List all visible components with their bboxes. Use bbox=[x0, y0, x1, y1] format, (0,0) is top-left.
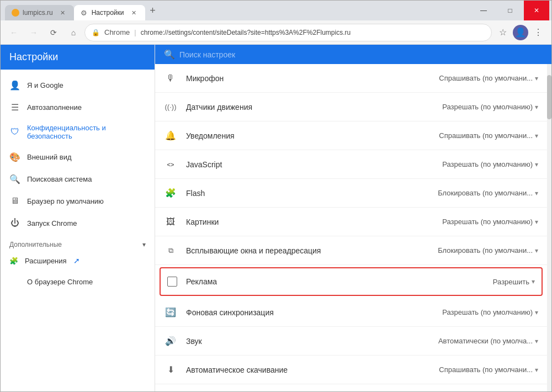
images-icon: 🖼 bbox=[164, 215, 177, 229]
reload-button[interactable]: ⟳ bbox=[45, 24, 62, 41]
dropdown-motion[interactable]: Разрешать (по умолчанию) ▾ bbox=[442, 103, 538, 111]
privacy-icon: 🛡 bbox=[9, 126, 20, 137]
sidebar-item-appearance[interactable]: 🎨 Внешний вид bbox=[1, 146, 155, 168]
sidebar-item-label-about: О браузере Chrome bbox=[27, 278, 146, 286]
settings-item-popups: ⧉ Всплывающие окна и переадресация Блоки… bbox=[155, 236, 547, 265]
sidebar-item-privacy[interactable]: 🛡 Конфиденциальность и безопасность bbox=[1, 118, 155, 146]
sidebar-item-google[interactable]: 👤 Я и Google bbox=[1, 74, 155, 96]
sound-icon: 🔊 bbox=[164, 335, 177, 348]
tab-settings[interactable]: ⚙ Настройки ✕ bbox=[74, 5, 145, 20]
settings-item-flash: 🧩 Flash Блокировать (по умолчани... ▾ bbox=[155, 179, 547, 208]
dropdown-value-flash: Блокировать (по умолчани... bbox=[438, 189, 533, 197]
about-icon bbox=[9, 276, 20, 287]
dropdown-download[interactable]: Спрашивать (по умолчани... ▾ bbox=[439, 365, 538, 374]
sidebar-item-search[interactable]: 🔍 Поисковая система bbox=[1, 168, 155, 190]
external-link-icon: ➚ bbox=[73, 256, 80, 265]
item-label-images: Картинки bbox=[186, 218, 433, 226]
chevron-down-icon: ▾ bbox=[535, 161, 538, 168]
dropdown-notifications[interactable]: Спрашивать (по умолчани... ▾ bbox=[439, 131, 538, 140]
scrollbar-thumb[interactable] bbox=[547, 75, 551, 119]
microphone-icon: 🎙 bbox=[164, 72, 177, 85]
item-label-flash: Flash bbox=[186, 189, 429, 198]
dropdown-value-ads: Разрешить bbox=[493, 278, 529, 286]
sidebar-title: Настройки bbox=[9, 51, 58, 62]
new-tab-button[interactable]: + bbox=[145, 3, 161, 18]
search-input[interactable] bbox=[179, 50, 543, 59]
search-icon: 🔍 bbox=[164, 49, 175, 60]
chevron-down-icon: ▾ bbox=[535, 218, 538, 226]
dropdown-value-microphone: Спрашивать (по умолчани... bbox=[439, 74, 533, 82]
flash-icon: 🧩 bbox=[164, 187, 177, 200]
appearance-icon: 🎨 bbox=[9, 151, 20, 162]
item-label-microphone: Микрофон bbox=[186, 74, 430, 83]
dropdown-javascript[interactable]: Разрешать (по умолчанию) ▾ bbox=[442, 160, 538, 168]
settings-item-ads: Реклама Разрешить ▾ bbox=[160, 267, 543, 296]
extensions-icon: 🧩 bbox=[9, 257, 18, 265]
close-button[interactable]: ✕ bbox=[524, 1, 549, 20]
chevron-down-icon: ▾ bbox=[535, 309, 538, 316]
ads-icon bbox=[167, 277, 177, 287]
minimize-button[interactable]: — bbox=[471, 1, 496, 20]
dropdown-value-javascript: Разрешать (по умолчанию) bbox=[442, 160, 533, 168]
scrollbar[interactable] bbox=[547, 64, 551, 391]
dropdown-background[interactable]: Разрешать (по умолчанию) ▾ bbox=[442, 308, 538, 316]
dropdown-value-sound: Автоматически (по умолча... bbox=[438, 337, 533, 345]
dropdown-ads[interactable]: Разрешить ▾ bbox=[493, 278, 535, 286]
search-bar: 🔍 bbox=[155, 45, 551, 64]
home-button[interactable]: ⌂ bbox=[65, 24, 82, 41]
chevron-down-icon: ▾ bbox=[532, 278, 535, 285]
settings-item-midi: 🎛 MIDI-устройства Спрашивать (по умолчан… bbox=[155, 384, 547, 391]
sidebar-item-autofill[interactable]: ☰ Автозаполнение bbox=[1, 96, 155, 118]
dropdown-flash[interactable]: Блокировать (по умолчани... ▾ bbox=[438, 189, 538, 197]
dropdown-microphone[interactable]: Спрашивать (по умолчани... ▾ bbox=[439, 74, 538, 82]
menu-button[interactable]: ⋮ bbox=[529, 24, 547, 41]
tab-label-settings: Настройки bbox=[92, 9, 124, 17]
dropdown-images[interactable]: Разрешать (по умолчанию) ▾ bbox=[442, 218, 538, 226]
sidebar-item-label-browser: Браузер по умолчанию bbox=[27, 197, 146, 205]
autofill-icon: ☰ bbox=[9, 102, 20, 113]
back-button[interactable]: ← bbox=[5, 24, 23, 41]
sidebar-item-label-search: Поисковая система bbox=[27, 175, 146, 183]
maximize-button[interactable]: □ bbox=[497, 1, 523, 20]
settings-item-motion: ((·)) Датчики движения Разрешать (по умо… bbox=[155, 93, 547, 121]
sidebar-item-extensions[interactable]: 🧩 Расширения ➚ bbox=[1, 251, 155, 271]
chevron-down-icon: ▾ bbox=[535, 247, 538, 255]
tab-lumpics[interactable]: lumpics.ru ✕ bbox=[5, 5, 74, 20]
sidebar-item-about[interactable]: О браузере Chrome bbox=[1, 271, 155, 293]
notifications-icon: 🔔 bbox=[164, 129, 177, 142]
dropdown-value-popups: Блокировать (по умолчани... bbox=[438, 246, 533, 255]
tab-close-settings[interactable]: ✕ bbox=[130, 8, 139, 17]
item-label-notifications: Уведомления bbox=[186, 131, 430, 140]
startup-icon: ⏻ bbox=[9, 218, 20, 229]
sidebar-item-startup[interactable]: ⏻ Запуск Chrome bbox=[1, 212, 155, 234]
javascript-icon: <> bbox=[164, 158, 177, 171]
dropdown-popups[interactable]: Блокировать (по умолчани... ▾ bbox=[438, 246, 538, 255]
sidebar-item-label-privacy: Конфиденциальность и безопасность bbox=[27, 124, 146, 140]
sidebar: Настройки 👤 Я и Google ☰ Автозаполнение … bbox=[1, 45, 155, 391]
sidebar-item-label-startup: Запуск Chrome bbox=[27, 219, 146, 227]
tab-close-lumpics[interactable]: ✕ bbox=[59, 8, 67, 17]
profile-button[interactable]: 👤 bbox=[513, 25, 528, 40]
bookmark-button[interactable]: ☆ bbox=[494, 24, 512, 41]
chevron-down-icon: ▾ bbox=[535, 366, 538, 374]
sidebar-item-label-appearance: Внешний вид bbox=[27, 153, 146, 161]
item-label-ads: Реклама bbox=[186, 277, 484, 286]
chevron-down-icon: ▾ bbox=[142, 241, 146, 248]
address-brand: Chrome bbox=[104, 28, 130, 36]
forward-button[interactable]: → bbox=[25, 24, 43, 41]
titlebar: lumpics.ru ✕ ⚙ Настройки ✕ + — □ ✕ bbox=[1, 1, 551, 20]
chevron-down-icon: ▾ bbox=[535, 189, 538, 197]
sidebar-item-browser[interactable]: 🖥 Браузер по умолчанию bbox=[1, 190, 155, 212]
main-area: Настройки 👤 Я и Google ☰ Автозаполнение … bbox=[1, 45, 551, 391]
dropdown-sound[interactable]: Автоматически (по умолча... ▾ bbox=[438, 337, 538, 345]
settings-item-background: 🔄 Фоновая синхронизация Разрешать (по ум… bbox=[155, 298, 547, 327]
address-separator: | bbox=[134, 28, 136, 36]
dropdown-value-background: Разрешать (по умолчанию) bbox=[442, 308, 533, 316]
chevron-down-icon: ▾ bbox=[535, 132, 538, 140]
item-label-motion: Датчики движения bbox=[186, 103, 433, 112]
address-bar[interactable]: 🔒 Chrome | chrome://settings/content/sit… bbox=[84, 24, 492, 41]
section-advanced-label: Дополнительные bbox=[9, 241, 62, 248]
sidebar-item-label-autofill: Автозаполнение bbox=[27, 103, 146, 112]
section-advanced[interactable]: Дополнительные ▾ bbox=[1, 234, 155, 251]
background-icon: 🔄 bbox=[164, 306, 177, 319]
